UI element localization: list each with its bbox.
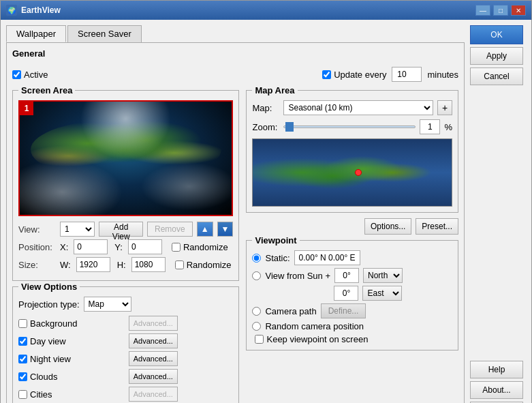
clouds-checkbox[interactable]: [18, 372, 27, 381]
cities-row: Cities: [18, 387, 123, 402]
dayview-advanced-button[interactable]: Advanced...: [129, 333, 178, 348]
projection-select[interactable]: Map Globe: [84, 297, 131, 312]
general-row: Active Update every minutes: [12, 63, 458, 85]
cities-advanced-button[interactable]: Advanced...: [129, 387, 178, 402]
randomize-size-label[interactable]: Randomize: [175, 260, 232, 270]
update-checkbox-label[interactable]: Update every: [322, 70, 386, 80]
zoom-row: Zoom: %: [252, 119, 452, 134]
maximize-button[interactable]: □: [493, 5, 508, 16]
nightview-checkbox-label[interactable]: Night view: [18, 354, 71, 364]
view-options-grid: Background Advanced...: [18, 316, 233, 402]
viewfromsun-radio[interactable]: [252, 271, 261, 280]
about-button[interactable]: About...: [470, 381, 523, 399]
random-radio[interactable]: [252, 322, 261, 331]
screen-preview: 1: [18, 100, 233, 216]
preset-button[interactable]: Preset...: [416, 218, 458, 235]
zoom-value-input[interactable]: [420, 119, 440, 134]
zoom-label: Zoom:: [252, 122, 279, 132]
east-select[interactable]: East West: [362, 286, 402, 301]
static-radio[interactable]: [252, 254, 261, 263]
view-options-section: View Options Projection type: Map Globe: [12, 286, 239, 403]
update-value-input[interactable]: [392, 67, 422, 82]
w-input[interactable]: [76, 257, 110, 272]
clouds-checkbox-label[interactable]: Clouds: [18, 372, 57, 382]
east-degree-input[interactable]: [334, 286, 358, 301]
zoom-slider[interactable]: [283, 125, 416, 128]
background-checkbox[interactable]: [18, 319, 27, 328]
clouds-advanced-cell: Advanced...: [129, 369, 234, 384]
dayview-checkbox-label[interactable]: Day view: [18, 336, 66, 346]
active-checkbox-label[interactable]: Active: [12, 70, 48, 80]
add-view-button[interactable]: Add View: [99, 222, 143, 237]
cities-checkbox[interactable]: [18, 390, 27, 399]
main-content: Wallpaper Screen Saver General Active: [6, 25, 465, 403]
close-button[interactable]: ✕: [511, 5, 526, 16]
clouds-advanced-button[interactable]: Advanced...: [129, 369, 178, 384]
apply-button[interactable]: Apply: [470, 47, 523, 65]
viewfromsun-degree-input[interactable]: [334, 268, 359, 283]
view-select[interactable]: 1: [60, 222, 95, 237]
background-advanced-button[interactable]: Advanced...: [129, 316, 178, 331]
options-button[interactable]: Options...: [364, 218, 411, 235]
keep-viewpoint-checkbox[interactable]: [255, 335, 264, 344]
cities-checkbox-label[interactable]: Cities: [18, 389, 52, 400]
update-checkbox[interactable]: [322, 70, 331, 79]
screen-number: 1: [20, 102, 33, 115]
background-checkbox-label[interactable]: Background: [18, 318, 77, 329]
nav-up-button[interactable]: ▲: [197, 222, 213, 237]
clouds-row: Clouds: [18, 369, 123, 384]
keep-viewpoint-label[interactable]: Keep viewpoint on screen: [255, 334, 368, 344]
w-label: W:: [60, 260, 71, 270]
left-column: Screen Area 1 View: 1 A: [12, 90, 239, 403]
general-section: General Active Update every: [12, 48, 458, 85]
minimize-button[interactable]: —: [475, 5, 490, 16]
map-select[interactable]: Seasonal (10 km) Blue Marble MODIS: [283, 100, 433, 115]
north-select[interactable]: North South: [363, 268, 403, 283]
position-label: Position:: [18, 242, 56, 252]
position-row: Position: X: Y: Randomize: [18, 239, 233, 254]
minutes-label: minutes: [427, 70, 458, 80]
window-controls: — □ ✕: [475, 5, 526, 16]
viewfromsun-label: View from Sun +: [265, 271, 330, 281]
dayview-advanced-cell: Advanced...: [129, 333, 234, 348]
tab-bar: Wallpaper Screen Saver: [6, 25, 465, 42]
randomize-pos-label[interactable]: Randomize: [172, 242, 228, 252]
active-checkbox[interactable]: [12, 70, 21, 79]
screen-area-section: Screen Area 1 View: 1 A: [12, 90, 239, 281]
nav-down-button[interactable]: ▼: [217, 222, 234, 237]
nightview-advanced-cell: Advanced...: [129, 351, 234, 366]
camerapath-radio[interactable]: [252, 307, 261, 316]
help-button[interactable]: Help: [470, 361, 523, 378]
projection-label: Projection type:: [18, 299, 80, 310]
nightview-advanced-button[interactable]: Advanced...: [129, 351, 178, 366]
randomize-pos-checkbox[interactable]: [172, 243, 181, 252]
map-preview-earth: [253, 139, 452, 206]
title-bar: 🌍 EarthView — □ ✕: [1, 1, 531, 20]
randomize-size-checkbox[interactable]: [175, 260, 184, 269]
viewpoint-section: Viewpoint Static: 0.00° N 0.00° E: [246, 240, 458, 350]
h-input[interactable]: [131, 257, 166, 272]
remove-button[interactable]: Remove: [147, 222, 193, 237]
random-row: Random camera position: [252, 321, 452, 331]
earth-preview-image: [20, 102, 232, 215]
map-location-dot: [355, 169, 362, 176]
define-button[interactable]: Define...: [321, 303, 366, 318]
tab-wallpaper[interactable]: Wallpaper: [6, 25, 66, 42]
dayview-row: Day view: [18, 333, 123, 348]
dayview-checkbox[interactable]: [18, 337, 27, 346]
size-label: Size:: [18, 260, 56, 270]
tab-screensaver[interactable]: Screen Saver: [67, 25, 142, 42]
view-options-header: View Options: [18, 282, 80, 292]
cancel-button[interactable]: Cancel: [470, 68, 523, 85]
ok-button[interactable]: OK: [470, 25, 523, 44]
east-row: East West: [252, 286, 452, 301]
map-preview: [252, 138, 452, 207]
y-input[interactable]: [128, 239, 162, 254]
static-row: Static: 0.00° N 0.00° E: [252, 250, 452, 265]
x-input[interactable]: [74, 239, 108, 254]
app-icon: 🌍: [6, 5, 17, 16]
map-add-button[interactable]: +: [437, 100, 452, 115]
keep-viewpoint-row: Keep viewpoint on screen: [252, 334, 452, 344]
nightview-checkbox[interactable]: [18, 355, 27, 363]
screen-area-header: Screen Area: [18, 85, 75, 95]
